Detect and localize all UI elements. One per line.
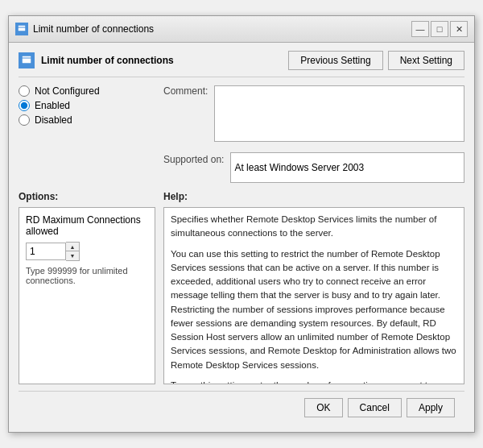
help-panel: Help: Specifies whether Remote Desktop S… [163,191,464,384]
supported-section: Supported on: At least Windows Server 20… [163,152,464,183]
main-window: Limit number of connections — □ ✕ Limit … [8,15,475,433]
spinner-up-button[interactable]: ▲ [66,243,79,251]
radio-not-configured-label: Not Configured [35,85,100,97]
spinner-down-button[interactable]: ▼ [66,251,79,260]
header-policy-icon [19,52,35,68]
help-para-3: To use this setting, enter the number of… [171,379,457,384]
top-buttons: Previous Setting Next Setting [288,51,464,70]
ok-button[interactable]: OK [304,398,342,417]
comment-area: Comment: [163,85,464,144]
comment-textarea[interactable] [214,85,464,142]
option-hint: Type 999999 for unlimited connections. [26,266,148,285]
radio-disabled-input[interactable] [19,114,30,126]
spinner-buttons: ▲ ▼ [66,242,80,261]
cancel-button[interactable]: Cancel [348,398,402,417]
help-label: Help: [163,191,464,202]
minimize-button[interactable]: — [411,21,429,37]
spinner-container: ▲ ▼ [26,242,148,261]
next-setting-button[interactable]: Next Setting [388,51,464,70]
connections-input[interactable] [26,243,66,260]
apply-button[interactable]: Apply [407,398,455,417]
main-area: Not Configured Enabled Disabled Comment: [19,85,464,191]
comment-textarea-wrapper [214,85,464,144]
right-panel: Comment: Supported on: At least Windows … [163,85,464,191]
radio-enabled[interactable]: Enabled [19,100,155,111]
svg-rect-2 [22,56,31,64]
radio-enabled-label: Enabled [35,100,70,111]
left-panel: Not Configured Enabled Disabled [19,85,155,191]
radio-not-configured-input[interactable] [19,85,30,97]
options-field-label: RD Maximum Connections allowed [26,214,148,237]
bottom-bar: OK Cancel Apply [19,391,464,424]
help-para-1: Specifies whether Remote Desktop Service… [171,213,457,241]
options-panel: Options: RD Maximum Connections allowed … [19,191,155,384]
previous-setting-button[interactable]: Previous Setting [288,51,382,70]
help-para-2: You can use this setting to restrict the… [171,247,457,372]
supported-value: At least Windows Server 2003 [230,152,464,183]
title-buttons: — □ ✕ [411,21,468,37]
window-icon [15,23,28,35]
radio-disabled[interactable]: Disabled [19,114,155,126]
radio-disabled-label: Disabled [35,114,72,126]
header-title: Limit number of connections [41,55,174,66]
window-title: Limit number of connections [33,23,154,35]
help-box[interactable]: Specifies whether Remote Desktop Service… [163,207,464,384]
options-box: RD Maximum Connections allowed ▲ ▼ Type … [19,207,155,384]
maximize-button[interactable]: □ [431,21,448,37]
header-section: Limit number of connections Previous Set… [19,51,464,77]
comment-label: Comment: [163,85,208,141]
radio-not-configured[interactable]: Not Configured [19,85,155,97]
title-bar-left: Limit number of connections [15,23,154,35]
close-button[interactable]: ✕ [450,21,468,37]
supported-label: Supported on: [163,154,224,165]
supported-value-wrapper: At least Windows Server 2003 [230,152,464,183]
title-bar: Limit number of connections — □ ✕ [9,16,474,43]
options-label: Options: [19,191,155,202]
two-col-section: Options: RD Maximum Connections allowed … [19,191,464,384]
radio-enabled-input[interactable] [19,100,30,111]
svg-rect-0 [18,25,26,31]
radio-group: Not Configured Enabled Disabled [19,85,155,126]
window-content: Limit number of connections Previous Set… [9,43,474,432]
